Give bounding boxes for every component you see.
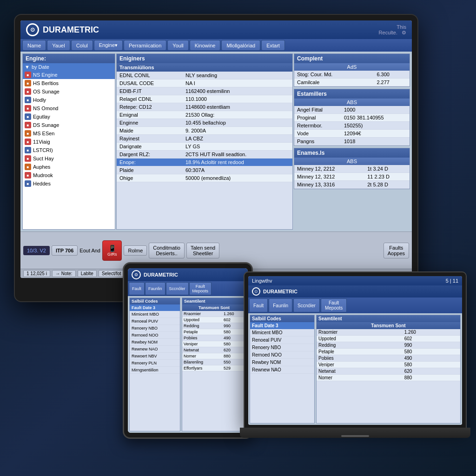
list-item[interactable]: Rraomier1.260 — [182, 311, 246, 317]
red-button[interactable]: 📱 GIRs — [102, 240, 122, 261]
table-row[interactable]: Maide9. 2000A — [117, 127, 292, 135]
list-item[interactable]: Vode12094€ — [294, 130, 410, 138]
rolme-button[interactable]: Rolme — [124, 245, 147, 256]
status-select[interactable]: Select/fot — [99, 270, 125, 277]
nav-youll[interactable]: Youll — [167, 40, 188, 51]
table-row[interactable]: Emignal21530 Ollag: — [117, 111, 292, 119]
tablet-nav-faunlin[interactable]: Faunlin — [145, 282, 165, 295]
list-item[interactable]: Petaple580 — [182, 329, 246, 335]
list-item[interactable]: Rewnew NAO — [130, 346, 180, 353]
faults-button[interactable]: FaultsAoppes — [383, 243, 409, 258]
list-item[interactable]: Uppoted602 — [182, 317, 246, 323]
nav-colul[interactable]: Colul — [71, 40, 93, 51]
list-item[interactable]: Minney 12, 321211 2.23 D — [294, 173, 410, 181]
tree-item-hodly[interactable]: ■ Hodly — [23, 96, 115, 104]
center-table-scroll[interactable]: Transmiülions EDNL CONILNLY seanding DUS… — [117, 63, 292, 229]
talen-button[interactable]: Talen sendSheetiler — [186, 243, 219, 258]
list-item[interactable]: Nomer880 — [317, 375, 460, 381]
table-row[interactable]: Ohige50000 (emonedliza) — [117, 174, 292, 182]
list-item[interactable]: Renoery NBO — [130, 325, 180, 332]
tree-sort[interactable]: ▼ by Date — [23, 63, 115, 71]
list-item[interactable]: Pangns1018 — [294, 138, 410, 145]
table-row[interactable]: DarignateLY GS — [117, 143, 292, 151]
status-lablte[interactable]: Lablte — [78, 270, 97, 277]
table-row[interactable]: Dargent RLZ:2CTS HUT Rvalll seadtion. — [117, 151, 292, 159]
nav-extart[interactable]: Extart — [261, 40, 285, 51]
tree-item-mud[interactable]: ■ Mudrook — [23, 171, 115, 179]
list-item[interactable]: Veniper580 — [182, 341, 246, 347]
laptop-nav-sccnoler[interactable]: Sccnóler — [293, 298, 320, 312]
list-item[interactable]: Nomer880 — [182, 353, 246, 359]
tree-item-hed[interactable]: ■ Heddes — [23, 179, 115, 188]
list-item[interactable]: Rewbey NOM — [130, 339, 180, 346]
list-item[interactable]: Rewnew NAO — [250, 366, 314, 374]
list-item[interactable]: Pobiies490 — [182, 335, 246, 341]
tree-item-ds[interactable]: ■ DS Sunage — [23, 121, 115, 129]
list-item[interactable]: Redding990 — [317, 342, 460, 349]
list-item[interactable]: Minney 12, 22121t 3.24 D — [294, 165, 410, 173]
list-item[interactable]: Retermbor.150255) — [294, 122, 410, 130]
list-item[interactable]: Angel Fittal1000 — [294, 106, 410, 114]
list-item[interactable]: Rraomier1.260 — [317, 329, 460, 336]
table-row[interactable]: DUSAIL CODENA I — [117, 79, 292, 87]
status-count[interactable]: 1 12,025 i — [23, 270, 50, 277]
tablet-nav-fault[interactable]: Fault — [129, 282, 145, 295]
table-row[interactable]: EDNL CONILNLY seanding — [117, 72, 292, 79]
tablet-nav-faultm[interactable]: FaultMepoots — [189, 282, 212, 295]
list-item[interactable]: Mimicent MBO — [130, 311, 180, 318]
tablet-selected-item[interactable]: Fault Date 3 — [130, 304, 180, 311]
list-item[interactable]: Uppoted602 — [317, 336, 460, 342]
tree-item-suct[interactable]: ■ Suct Hay — [23, 154, 115, 163]
list-item[interactable]: Renoery PLN — [130, 360, 180, 367]
table-row[interactable]: Relagel CDNL110.1000 — [117, 95, 292, 103]
itp-button[interactable]: ITP 706 — [52, 245, 78, 256]
nav-mloll[interactable]: Mlollgalóriad — [221, 40, 260, 51]
list-item[interactable]: Renoeal PUIV — [250, 337, 314, 344]
table-row[interactable]: Enginne10.455 bellachíop — [117, 119, 292, 127]
tree-item-auph[interactable]: ■ Auphes — [23, 163, 115, 171]
tree-item-lst[interactable]: ■ LSTCRI) — [23, 146, 115, 154]
list-item[interactable]: Rernoed NOO — [250, 351, 314, 359]
conditions-button[interactable]: ConditmatioDesierts.. — [149, 243, 185, 258]
list-item[interactable]: Effortlyars529 — [182, 365, 246, 371]
tree-item-ns-omond[interactable]: ■ NS Omond — [23, 104, 115, 112]
tree-item-hs[interactable]: ■ HS Berltios — [23, 79, 115, 87]
tree-item-ns-engine[interactable]: ■ NS Engine — [23, 71, 115, 79]
list-item[interactable]: Rewoert NBV — [130, 353, 180, 360]
list-item[interactable]: Rernoed NOO — [130, 332, 180, 339]
list-item[interactable]: Bilarenling550 — [182, 359, 246, 365]
nav-engine[interactable]: Engine▾ — [94, 40, 123, 51]
list-item[interactable]: Mimicent MBO — [250, 329, 314, 337]
list-item[interactable]: Pobiies490 — [317, 355, 460, 362]
list-item[interactable]: Renoeal PUIV — [130, 318, 180, 325]
settings-icon[interactable]: ⚙ — [402, 30, 406, 35]
tree-item-os[interactable]: ■ OS Sunage — [23, 87, 115, 96]
table-row[interactable]: RayinestLA CBZ — [117, 135, 292, 143]
list-item[interactable]: Mirngsentiilion — [130, 367, 180, 374]
list-item[interactable]: Redding990 — [182, 323, 246, 329]
list-item[interactable]: Netwnat620 — [317, 368, 460, 375]
tree-item-ms[interactable]: ■ MS ESen — [23, 129, 115, 138]
list-item[interactable]: Minney 13, 33162t 5.28 D — [294, 181, 410, 189]
laptop-nav-faunlin[interactable]: Faunlin — [269, 298, 292, 312]
laptop-selected-item[interactable]: Fault Date 3 — [250, 322, 314, 329]
table-row-highlighted[interactable]: Enope:18.9% Acloltir rent redood — [117, 159, 292, 166]
list-item[interactable]: Renoery NBO — [250, 344, 314, 351]
list-item[interactable]: Proginal0150 381.140955 — [294, 114, 410, 122]
table-row[interactable]: EDIB-F.IT1162400 estemilinn — [117, 87, 292, 95]
list-item[interactable]: Petaple580 — [317, 349, 460, 355]
engine-tree[interactable]: ■ NS Engine ■ HS Berltios ■ OS Sunage — [23, 71, 115, 229]
table-row[interactable]: Retepe: CD121148600 estentliam — [117, 103, 292, 111]
tablet-nav-sccnoler[interactable]: Sccnóler — [166, 282, 189, 295]
nav-perram[interactable]: Perramiication — [124, 40, 166, 51]
table-row[interactable]: Plaide60:307A — [117, 166, 292, 174]
list-item[interactable]: Netwnat620 — [182, 347, 246, 353]
list-item[interactable]: Rewbey NOM — [250, 359, 314, 366]
nav-name[interactable]: Name — [22, 40, 46, 51]
laptop-nav-faultm[interactable]: FaultMepoots — [321, 298, 347, 312]
list-item[interactable]: Camilcale2.277 — [294, 79, 410, 86]
nav-yauel[interactable]: Yauel — [47, 40, 70, 51]
laptop-nav-fault[interactable]: Fault — [249, 298, 268, 312]
tree-item-egu[interactable]: ■ Egutlay — [23, 112, 115, 121]
list-item[interactable]: Stog: Cour. Md.6.300 — [294, 71, 410, 79]
